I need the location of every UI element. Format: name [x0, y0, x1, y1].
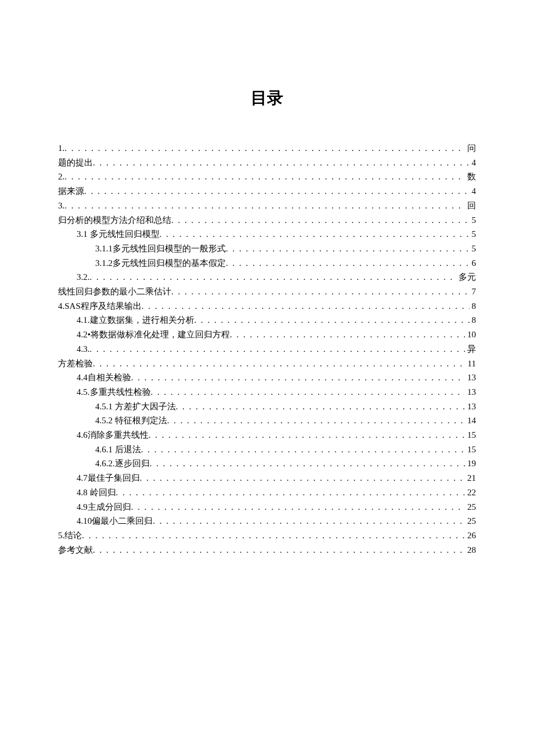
- toc-entry-page: 11: [466, 357, 476, 371]
- toc-entry: 4.6.1 后退法15: [58, 442, 476, 457]
- toc-entry-page: 21: [465, 471, 476, 485]
- toc-leader-dots: [93, 156, 470, 170]
- toc-entry-text: 归分析的模型方法介绍和总结: [58, 213, 171, 228]
- toc-entry: 4.5.多重共线性检验13: [58, 385, 476, 399]
- toc-entry-text: 4.5.多重共线性检验: [77, 385, 151, 399]
- toc-entry-text: 题的提出: [58, 156, 93, 170]
- toc-entry-page: 5: [470, 213, 477, 228]
- toc-entry-page: 26: [465, 528, 476, 543]
- toc-entry-text: 4.9主成分回归: [77, 500, 131, 514]
- toc-entry-page: 回: [465, 199, 476, 213]
- toc-leader-dots: [226, 256, 470, 271]
- toc-entry-page: 问: [465, 141, 476, 156]
- toc-entry: 4.6.2.逐步回归19: [58, 456, 476, 471]
- toc-entry-page: 22: [465, 485, 476, 500]
- toc-leader-dots: [116, 485, 466, 500]
- toc-entry: 3.2.多元: [58, 270, 476, 285]
- toc-entry-page: 25: [465, 514, 476, 528]
- toc-leader-dots: [142, 299, 470, 314]
- toc-leader-dots: [64, 141, 465, 156]
- toc-entry: 4.9主成分回归25: [58, 500, 476, 514]
- toc-entry: 方差检验11: [58, 357, 476, 371]
- toc-entry-page: 4: [470, 156, 477, 170]
- toc-leader-dots: [194, 313, 470, 327]
- toc-entry: 2.数: [58, 170, 476, 184]
- toc-leader-dots: [171, 213, 470, 228]
- toc-entry-text: 4.6.2.逐步回归: [95, 456, 150, 471]
- toc-entry-text: 3.1.1多元线性回归模型的一般形式: [95, 242, 226, 256]
- toc-entry-text: 4.5.1 方差扩大因子法: [95, 399, 176, 414]
- toc-entry: 5.结论26: [58, 528, 476, 543]
- toc-leader-dots: [176, 399, 465, 414]
- toc-leader-dots: [230, 327, 465, 342]
- toc-entry-text: 4.2•将数据做标准化处理，建立回归方程: [77, 327, 230, 342]
- toc-entry-text: 4.7最佳子集回归: [77, 471, 140, 485]
- toc-entry-page: 4: [470, 184, 477, 199]
- toc-title: 目录: [58, 87, 476, 109]
- toc-leader-dots: [150, 456, 465, 471]
- toc-entry: 4.4自相关检验13: [58, 370, 476, 385]
- toc-entry-text: 4.6消除多重共线性: [77, 428, 149, 442]
- toc-entry: 4.8 岭回归22: [58, 485, 476, 500]
- toc-leader-dots: [131, 370, 465, 385]
- toc-entry-text: 4.1.建立数据集，进行相关分析: [77, 313, 194, 327]
- toc-leader-dots: [93, 357, 466, 371]
- toc-entry-text: 3.1 多元线性回归模型: [77, 227, 160, 242]
- toc-entry-page: 15: [465, 442, 476, 457]
- toc-entry-page: 13: [465, 370, 476, 385]
- toc-entry-text: 4.SAS程序及结果输出: [58, 299, 142, 314]
- toc-entry-page: 7: [470, 285, 477, 299]
- toc-entry: 1.问: [58, 141, 476, 156]
- toc-entry-page: 8: [470, 313, 477, 327]
- toc-entry-page: 25: [465, 500, 476, 514]
- toc-entry-page: 异: [465, 342, 476, 357]
- toc-entry-page: 6: [470, 256, 477, 271]
- toc-entry-text: 2.: [58, 170, 64, 184]
- toc-entry: 线性回归参数的最小二乘估计7: [58, 285, 476, 299]
- toc-entry-text: 5.结论: [58, 528, 82, 543]
- toc-leader-dots: [167, 413, 465, 428]
- toc-body: 1.问题的提出42.数据来源43.回归分析的模型方法介绍和总结53.1 多元线性…: [58, 141, 476, 557]
- toc-entry: 4.SAS程序及结果输出8: [58, 299, 476, 314]
- toc-leader-dots: [64, 199, 465, 213]
- toc-entry-text: 方差检验: [58, 357, 93, 371]
- toc-leader-dots: [160, 227, 470, 242]
- toc-entry-text: 据来源: [58, 184, 84, 199]
- toc-entry-page: 13: [465, 385, 476, 399]
- toc-entry: 4.1.建立数据集，进行相关分析8: [58, 313, 476, 327]
- toc-entry-page: 13: [465, 399, 476, 414]
- toc-leader-dots: [93, 543, 465, 557]
- toc-entry: 归分析的模型方法介绍和总结5: [58, 213, 476, 228]
- toc-entry-page: 8: [470, 299, 477, 314]
- toc-leader-dots: [82, 528, 465, 543]
- toc-entry: 3.1.1多元线性回归模型的一般形式5: [58, 242, 476, 256]
- toc-leader-dots: [84, 184, 470, 199]
- toc-entry-text: 4.6.1 后退法: [95, 442, 141, 457]
- toc-entry: 3.回: [58, 199, 476, 213]
- toc-entry-page: 14: [465, 413, 476, 428]
- toc-entry-text: 4.10偏最小二乘回归: [77, 514, 153, 528]
- toc-entry: 3.1 多元线性回归模型5: [58, 227, 476, 242]
- toc-entry: 4.10偏最小二乘回归25: [58, 514, 476, 528]
- toc-entry-text: 4.8 岭回归: [77, 485, 116, 500]
- toc-entry-text: 4.5.2 特征根判定法: [95, 413, 167, 428]
- toc-entry: 4.5.2 特征根判定法14: [58, 413, 476, 428]
- toc-entry-page: 28: [465, 543, 476, 557]
- toc-entry-text: 3.1.2多元线性回归模型的基本假定: [95, 256, 226, 271]
- toc-leader-dots: [171, 285, 470, 299]
- toc-leader-dots: [140, 471, 465, 485]
- toc-entry-text: 线性回归参数的最小二乘估计: [58, 285, 171, 299]
- toc-entry-text: 4.3.: [77, 342, 90, 357]
- toc-entry-text: 3.2.: [77, 270, 90, 285]
- toc-entry-text: 4.4自相关检验: [77, 370, 131, 385]
- toc-entry: 题的提出4: [58, 156, 476, 170]
- toc-leader-dots: [90, 342, 466, 357]
- toc-leader-dots: [141, 442, 465, 457]
- toc-entry-page: 5: [470, 242, 477, 256]
- toc-leader-dots: [64, 170, 465, 184]
- toc-leader-dots: [131, 500, 465, 514]
- toc-entry: 4.6消除多重共线性15: [58, 428, 476, 442]
- toc-leader-dots: [90, 270, 457, 285]
- toc-entry: 参考文献28: [58, 543, 476, 557]
- toc-entry-page: 多元: [456, 270, 476, 285]
